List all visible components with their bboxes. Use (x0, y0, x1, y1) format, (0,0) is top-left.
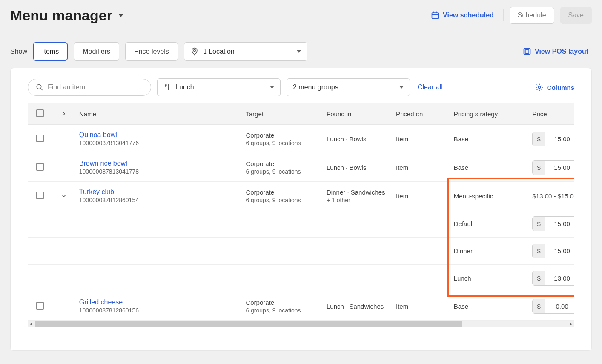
col-name-header[interactable]: Name (75, 103, 241, 125)
table-row: Grilled cheese100000037812860156Corporat… (28, 292, 574, 321)
search-input-wrap[interactable] (28, 79, 151, 96)
price-field[interactable] (545, 217, 574, 231)
col-priced-header[interactable]: Priced on (392, 103, 450, 125)
found-in-extra: + 1 other (327, 197, 387, 203)
target-label: Corporate (246, 189, 318, 196)
columns-button[interactable]: Columns (535, 83, 574, 92)
sub-pricing-label: Lunch (454, 275, 471, 282)
menu-select[interactable]: Lunch (157, 78, 281, 96)
tab-price-levels-label: Price levels (134, 48, 169, 55)
scroll-left-arrow[interactable]: ◄ (28, 321, 34, 326)
chevron-down-icon (270, 86, 274, 89)
page-header: Menu manager View scheduled Schedule Sav… (10, 0, 592, 32)
price-field[interactable] (545, 161, 574, 175)
col-found-header[interactable]: Found in (322, 103, 392, 125)
price-range-label: $13.00 - $15.00 (532, 192, 574, 200)
table-row: Quinoa bowl100000037813041776Corporate6 … (28, 125, 574, 153)
item-id: 100000037812860156 (79, 307, 237, 314)
price-field[interactable] (545, 132, 574, 146)
price-input[interactable]: $ (532, 160, 574, 175)
priced-on-label: Item (396, 135, 408, 143)
view-scheduled-button[interactable]: View scheduled (427, 9, 497, 22)
utensils-icon (163, 83, 171, 91)
price-input[interactable]: $ (532, 216, 574, 231)
calendar-icon (431, 11, 439, 20)
chevron-right-icon (61, 111, 66, 116)
menu-select-label: Lunch (175, 83, 194, 91)
row-checkbox[interactable] (36, 135, 44, 142)
svg-point-4 (194, 49, 195, 51)
item-name-link[interactable]: Grilled cheese (79, 298, 237, 306)
expand-row-toggle[interactable] (61, 193, 66, 198)
found-in-label: Lunch · Bowls (327, 135, 387, 143)
location-pin-icon (190, 47, 199, 56)
view-pos-layout-button[interactable]: View POS layout (519, 45, 592, 58)
show-label: Show (10, 48, 27, 55)
chevron-down-icon (399, 86, 404, 89)
row-checkbox[interactable] (36, 192, 44, 199)
col-strategy-header[interactable]: Pricing strategy (450, 103, 528, 125)
scroll-right-arrow[interactable]: ► (568, 321, 574, 326)
view-scheduled-label: View scheduled (443, 11, 494, 19)
price-input[interactable]: $ (532, 244, 574, 258)
header-actions: View scheduled Schedule Save (427, 7, 592, 24)
currency-label: $ (533, 271, 545, 285)
title-dropdown[interactable]: Menu manager (10, 7, 123, 24)
col-target-header[interactable]: Target (241, 103, 322, 125)
item-id: 100000037812860154 (79, 197, 237, 203)
price-field[interactable] (545, 299, 574, 313)
found-in-label: Dinner · Sandwiches (327, 189, 387, 196)
horizontal-scrollbar[interactable]: ◄ ► (28, 321, 574, 327)
item-name-link[interactable]: Brown rice bowl (79, 160, 237, 167)
toolbar: Show Items Modifiers Price levels 1 Loca… (10, 32, 592, 68)
currency-label: $ (533, 161, 545, 175)
price-input[interactable]: $ (532, 271, 574, 286)
svg-point-7 (37, 84, 41, 89)
expand-all-toggle[interactable] (61, 111, 66, 116)
tab-items[interactable]: Items (33, 42, 68, 61)
divider (503, 9, 504, 21)
svg-rect-6 (525, 50, 529, 53)
sub-pricing-label: Default (454, 220, 474, 227)
target-label: Corporate (246, 132, 318, 139)
table-row: Brown rice bowl100000037813041778Corpora… (28, 153, 574, 182)
content-card: Lunch 2 menu groups Clear all Columns (10, 68, 592, 351)
select-all-checkbox[interactable] (36, 109, 44, 117)
item-name-link[interactable]: Quinoa bowl (79, 131, 237, 139)
search-input[interactable] (48, 83, 143, 91)
schedule-button[interactable]: Schedule (510, 7, 554, 24)
location-select[interactable]: 1 Location (184, 42, 307, 61)
target-sub: 6 groups, 9 locations (246, 140, 318, 146)
location-select-label: 1 Location (203, 48, 235, 55)
price-field[interactable] (545, 244, 574, 258)
item-id: 100000037813041778 (79, 168, 237, 175)
filters-row: Lunch 2 menu groups Clear all Columns (11, 68, 591, 103)
save-button[interactable]: Save (560, 7, 592, 24)
svg-rect-0 (432, 13, 439, 18)
items-table: Name Target Found in Priced on Pricing s… (28, 103, 574, 321)
save-label: Save (568, 11, 584, 19)
group-select-label: 2 menu groups (293, 83, 338, 91)
item-id: 100000037813041776 (79, 140, 237, 146)
price-input[interactable]: $ (532, 132, 574, 146)
found-in-label: Lunch · Bowls (327, 164, 387, 171)
layout-icon (523, 47, 531, 56)
price-field[interactable] (545, 271, 574, 285)
item-name-link[interactable]: Turkey club (79, 188, 237, 196)
currency-label: $ (533, 244, 545, 258)
scroll-thumb[interactable] (35, 321, 462, 327)
group-select[interactable]: 2 menu groups (287, 78, 410, 96)
view-pos-layout-label: View POS layout (535, 48, 588, 55)
table-subrow: Default$ (28, 210, 574, 238)
table-scroll[interactable]: Name Target Found in Priced on Pricing s… (28, 103, 574, 321)
clear-all-button[interactable]: Clear all (416, 81, 444, 94)
row-checkbox[interactable] (36, 302, 44, 310)
price-input[interactable]: $ (532, 299, 574, 314)
search-icon (36, 83, 43, 91)
priced-on-label: Item (396, 192, 408, 200)
row-checkbox[interactable] (36, 163, 44, 171)
tab-modifiers[interactable]: Modifiers (74, 42, 119, 61)
col-price-header[interactable]: Price (528, 103, 574, 125)
currency-label: $ (533, 132, 545, 146)
tab-price-levels[interactable]: Price levels (125, 42, 178, 61)
